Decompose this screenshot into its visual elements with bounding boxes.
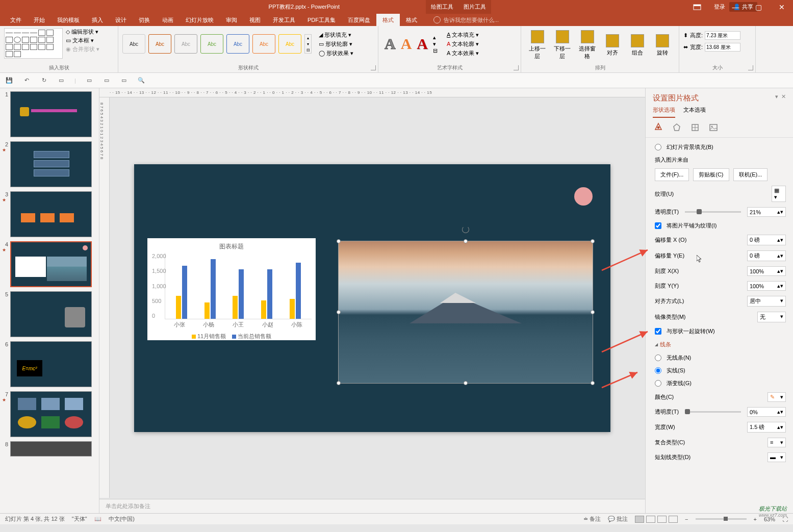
text-effects-button[interactable]: A 文本效果 ▾ xyxy=(447,49,479,57)
shape-style-4[interactable]: Abc xyxy=(200,34,223,54)
alignment-select[interactable]: 居中▾ xyxy=(747,296,786,307)
slide[interactable]: 图表标题 2,0001,5001,0005000 小张小杨小王小赵小陈 11月销… xyxy=(134,164,610,432)
tell-me-search[interactable]: 告诉我您想要做什么... xyxy=(433,16,499,24)
tab-view[interactable]: 视图 xyxy=(243,14,267,26)
comments-button[interactable]: 💬 批注 xyxy=(608,515,628,523)
bring-forward-button[interactable]: 上移一层 xyxy=(525,28,549,62)
compound-type-select[interactable]: ≡▾ xyxy=(768,438,786,447)
slide-thumb-2[interactable] xyxy=(10,141,92,187)
picture-tools-tab[interactable]: 图片工具 xyxy=(458,0,491,14)
slide-thumb-3[interactable] xyxy=(10,191,92,237)
tab-animation[interactable]: 动画 xyxy=(156,14,180,26)
start-slideshow-button[interactable]: ▭ xyxy=(57,77,65,85)
pink-circle-shape[interactable] xyxy=(574,187,593,206)
shape-style-7[interactable]: Abc xyxy=(278,34,301,54)
picture-icon[interactable] xyxy=(708,122,719,133)
tab-transition[interactable]: 切换 xyxy=(133,14,156,26)
insert-file-button[interactable]: 文件(F)... xyxy=(655,168,689,181)
shape-style-3[interactable]: Abc xyxy=(174,34,197,54)
sorter-view-button[interactable] xyxy=(646,516,655,523)
text-box-button[interactable]: ▭ 文本框 ▾ xyxy=(66,37,99,44)
dialog-launcher[interactable] xyxy=(371,65,376,70)
resize-handle-w[interactable] xyxy=(337,310,341,314)
close-button[interactable]: ✕ xyxy=(770,0,793,14)
shapes-gallery[interactable] xyxy=(4,28,63,59)
save-button[interactable]: 💾 xyxy=(5,77,13,85)
tab-file[interactable]: 文件 xyxy=(4,14,28,26)
notes-button[interactable]: ≐ 备注 xyxy=(583,515,601,523)
shape-outline-button[interactable]: ▭ 形状轮廓 ▾ xyxy=(319,40,353,48)
scale-x-input[interactable]: 100%▴▾ xyxy=(747,266,786,276)
wordart-gallery-expand[interactable]: ▴▾⊟ xyxy=(433,34,438,54)
tab-format-picture[interactable]: 格式 xyxy=(400,14,423,26)
zoom-slider[interactable] xyxy=(696,518,747,520)
dash-type-select[interactable]: ▬▾ xyxy=(768,452,786,462)
resize-handle-sw[interactable] xyxy=(337,381,341,385)
chart-object[interactable]: 图表标题 2,0001,5001,0005000 小张小杨小王小赵小陈 11月销… xyxy=(147,238,316,340)
transparency-input[interactable]: 21%▴▾ xyxy=(747,207,786,217)
tab-baidu[interactable]: 百度网盘 xyxy=(342,14,376,26)
dialog-launcher[interactable] xyxy=(748,65,753,70)
tab-review[interactable]: 审阅 xyxy=(220,14,243,26)
panel-tab-text[interactable]: 文本选项 xyxy=(683,106,706,118)
tab-insert[interactable]: 插入 xyxy=(86,14,109,26)
line-section-header[interactable]: 线条 xyxy=(655,338,786,351)
line-transparency-slider[interactable] xyxy=(685,411,741,413)
resize-handle-ne[interactable] xyxy=(591,239,595,243)
rotate-with-shape-checkbox[interactable] xyxy=(655,328,661,335)
tab-home[interactable]: 开始 xyxy=(28,14,51,26)
zoom-in-button[interactable]: + xyxy=(754,516,757,522)
dialog-launcher[interactable] xyxy=(514,65,519,70)
panel-body[interactable]: 幻灯片背景填充(B) 插入图片来自 文件(F)... 剪贴板(C) 联机(E).… xyxy=(646,138,793,513)
offset-x-input[interactable]: 0 磅▴▾ xyxy=(747,235,786,245)
text-fill-button[interactable]: A 文本填充 ▾ xyxy=(447,31,479,39)
scale-y-input[interactable]: 100%▴▾ xyxy=(747,281,786,291)
selection-pane-button[interactable]: 选择窗格 xyxy=(575,28,599,62)
insert-online-button[interactable]: 联机(E)... xyxy=(733,168,768,181)
panel-dropdown-icon[interactable]: ▾ xyxy=(775,93,778,103)
tab-design[interactable]: 设计 xyxy=(109,14,133,26)
slide-canvas[interactable]: 图表标题 2,0001,5001,0005000 小张小杨小王小赵小陈 11月销… xyxy=(99,97,645,499)
slide-thumb-7[interactable] xyxy=(10,391,92,437)
effects-icon[interactable] xyxy=(671,122,682,133)
group-button[interactable]: 组合 xyxy=(626,28,650,62)
maximize-button[interactable]: ▢ xyxy=(747,0,770,14)
line-width-input[interactable]: 1.5 磅▴▾ xyxy=(747,422,786,433)
slide-thumb-6[interactable]: E=mc² xyxy=(10,341,92,387)
panel-tab-shape[interactable]: 形状选项 xyxy=(653,106,675,118)
shape-style-6[interactable]: Abc xyxy=(252,34,275,54)
picture-object[interactable] xyxy=(338,241,593,384)
insert-clipboard-button[interactable]: 剪贴板(C) xyxy=(693,168,729,181)
merge-shapes-button[interactable]: ◉ 合并形状 ▾ xyxy=(66,45,99,53)
slide-bg-fill-radio[interactable] xyxy=(655,144,661,150)
line-transparency-input[interactable]: 0%▴▾ xyxy=(747,407,786,417)
ribbon-display-button[interactable] xyxy=(693,0,701,14)
fill-line-icon[interactable] xyxy=(653,122,664,133)
wordart-style-2[interactable]: A xyxy=(401,35,412,53)
shape-style-2[interactable]: Abc xyxy=(148,34,171,54)
tile-checkbox[interactable] xyxy=(655,222,661,229)
resize-handle-se[interactable] xyxy=(591,381,595,385)
tab-template[interactable]: 我的模板 xyxy=(51,14,86,26)
texture-picker[interactable]: ▦ ▾ xyxy=(772,186,786,202)
language-indicator[interactable]: 中文(中国) xyxy=(109,515,135,523)
mirror-select[interactable]: 无▾ xyxy=(757,312,786,322)
resize-handle-n[interactable] xyxy=(464,239,468,243)
slideshow-view-button[interactable] xyxy=(669,516,678,523)
tab-slideshow[interactable]: 幻灯片放映 xyxy=(180,14,220,26)
notes-pane[interactable]: 单击此处添加备注 xyxy=(99,499,645,513)
wordart-style-3[interactable]: A xyxy=(417,35,428,53)
resize-handle-nw[interactable] xyxy=(337,239,341,243)
height-input[interactable] xyxy=(705,31,740,40)
shape-effects-button[interactable]: ◯ 形状效果 ▾ xyxy=(319,49,353,57)
shape-style-5[interactable]: Abc xyxy=(226,34,249,54)
line-color-picker[interactable]: ✎▾ xyxy=(768,392,786,402)
shape-fill-button[interactable]: ◢ 形状填充 ▾ xyxy=(319,31,353,39)
solid-line-radio[interactable] xyxy=(655,367,661,374)
align-button[interactable]: 对齐 xyxy=(601,28,625,62)
qat-btn-1[interactable]: ▭ xyxy=(85,77,93,85)
wordart-style-1[interactable]: A xyxy=(385,35,396,53)
qat-btn-3[interactable]: ▭ xyxy=(120,77,128,85)
rotate-handle[interactable] xyxy=(462,226,469,233)
tab-pdf[interactable]: PDF工具集 xyxy=(301,14,342,26)
